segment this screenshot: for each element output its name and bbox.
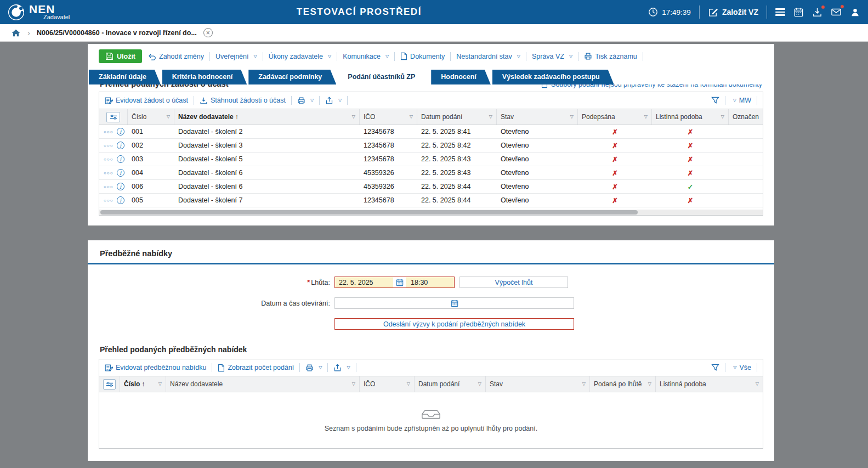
row-menu-icon[interactable]: ○○○ [104,143,114,148]
show-submission-count-button[interactable]: Zobrazit počet podání [218,364,294,372]
horizontal-scrollbar[interactable] [99,210,763,215]
row-menu-icon[interactable]: ○○○ [104,129,114,134]
messages-button[interactable] [831,7,842,18]
view-selector[interactable]: ▽ Vše [731,364,751,371]
column-header-ico[interactable]: IČO▽ [360,109,417,125]
export-menu-button[interactable]: ▽ [333,364,350,372]
filter-caret-icon[interactable]: ▽ [407,382,410,386]
send-prebid-call-button[interactable]: Odeslání výzvy k podání předběžných nabí… [334,318,574,330]
column-header-cislo[interactable]: Číslo▽ [128,109,174,125]
column-header-stav[interactable]: Stav▽ [497,109,578,125]
column-header-stav[interactable]: Stav▽ [486,376,590,392]
column-header-cislo[interactable]: Číslo↑▽ [120,376,166,392]
tab-zadavaci-podminky[interactable]: Zadávací podmínky [248,70,336,84]
info-icon[interactable]: i [117,169,124,177]
export-menu-button[interactable]: ▽ [325,97,342,105]
separator [337,52,337,61]
column-settings-button[interactable] [106,112,120,122]
info-icon[interactable]: i [117,155,124,163]
row-menu-icon[interactable]: ○○○ [104,157,114,162]
calendar-button[interactable] [793,7,804,18]
deadline-calendar-button[interactable] [393,277,406,287]
info-icon[interactable]: i [117,142,124,149]
filter-caret-icon[interactable]: ▽ [158,382,162,386]
main-menu-button[interactable] [775,8,785,15]
column-header-datum[interactable]: Datum podání▽ [415,376,486,392]
profile-button[interactable] [850,7,860,18]
scrollbar-thumb[interactable] [100,210,638,215]
filter-caret-icon[interactable]: ▽ [352,382,355,386]
register-request-button[interactable]: Evidovat žádost o účast [105,97,188,105]
print-menu-button[interactable]: ▽ [305,364,322,372]
close-record-icon[interactable]: × [203,28,213,37]
column-header-oznaceni[interactable]: Označení [729,109,763,125]
filter-caret-icon[interactable]: ▽ [648,382,651,386]
column-header-nazev[interactable]: Název dodavatele▽ [166,376,360,392]
separator [757,363,757,372]
column-header-datum[interactable]: Datum podání▽ [417,109,497,125]
row-menu-icon[interactable]: ○○○ [104,198,114,203]
nonstandard-state-menu-button[interactable]: Nestandardní stav ▽ [456,53,520,60]
discard-changes-button[interactable]: Zahodit změny [147,52,204,61]
documents-button[interactable]: Dokumenty [400,52,445,60]
deadline-date-input[interactable] [335,277,393,287]
downloads-button[interactable] [812,7,822,18]
filter-button[interactable] [711,364,719,371]
contracting-actions-menu-button[interactable]: Úkony zadavatele ▽ [269,53,332,60]
filter-caret-icon[interactable]: ▽ [644,115,648,119]
breadcrumb-item[interactable]: N006/25/V00004860 - Inovace v rozvoji ří… [37,29,197,37]
table-row[interactable]: ○○○i 001 Dodavatel - školení 2 12345678 … [99,125,763,139]
manage-vz-menu-button[interactable]: Správa VZ ▽ [532,53,572,60]
home-icon[interactable] [11,28,21,38]
filter-caret-icon[interactable]: ▽ [478,382,481,386]
command-toolbar: Uložit Zahodit změny Uveřejnění ▽ Úkony … [88,44,774,66]
filter-caret-icon[interactable]: ▽ [582,382,586,386]
row-menu-icon[interactable]: ○○○ [104,171,114,176]
filter-button[interactable] [711,97,719,104]
prebids-table-header: Číslo↑▽ Název dodavatele▽ IČO▽ Datum pod… [99,376,763,392]
table-row[interactable]: ○○○i 004 Dodavatel - školení 6 45359326 … [99,166,763,180]
tab-vysledek[interactable]: Výsledek zadávacího postupu [492,70,614,84]
register-prebid-button[interactable]: Evidovat předběžnou nabídku [105,364,206,372]
filter-caret-icon[interactable]: ▽ [570,115,574,119]
column-header-nazev[interactable]: Název dodavatele↑▽ [174,109,360,125]
download-icon [200,97,208,105]
info-icon[interactable]: i [117,196,124,204]
filter-caret-icon[interactable]: ▽ [167,115,170,119]
filter-caret-icon[interactable]: ▽ [721,115,724,119]
table-row[interactable]: ○○○i 003 Dodavatel - školení 5 12345678 … [99,153,763,166]
opening-calendar-button[interactable] [449,298,461,308]
breadcrumb-chevron-icon: › [27,29,30,37]
info-icon[interactable]: i [117,183,124,190]
column-settings-button[interactable] [103,379,116,390]
publish-menu-button[interactable]: Uveřejnění ▽ [215,53,257,60]
view-selector[interactable]: ▽ MW [731,97,751,104]
filter-caret-icon[interactable]: ▽ [352,115,355,119]
column-header-listinna[interactable]: Listinná podoba▽ [652,109,729,125]
filter-caret-icon[interactable]: ▽ [410,115,413,119]
tab-kriteria-hodnoceni[interactable]: Kritéria hodnocení [162,70,247,84]
calculate-deadlines-button[interactable]: Výpočet lhůt [459,277,568,288]
table-row[interactable]: ○○○i 005 Dodavatel - školení 7 12345678 … [99,194,763,207]
info-icon[interactable]: i [117,128,124,136]
row-menu-icon[interactable]: ○○○ [104,184,114,189]
filter-caret-icon[interactable]: ▽ [756,382,759,386]
create-vz-button[interactable]: Založit VZ [708,7,758,18]
communication-menu-button[interactable]: Komunikace ▽ [343,53,389,60]
table-row[interactable]: ○○○i 006 Dodavatel - školení 6 45359326 … [99,180,763,194]
tab-podani-ucastniku[interactable]: Podání účastníků ZP [338,70,429,84]
column-header-ico[interactable]: IČO▽ [360,376,415,392]
save-button[interactable]: Uložit [99,49,142,63]
column-header-po-lhute[interactable]: Podaná po lhůtě▽ [590,376,656,392]
filter-caret-icon[interactable]: ▽ [489,115,492,119]
table-row[interactable]: ○○○i 002 Dodavatel - školení 3 12345678 … [99,139,763,153]
download-requests-button[interactable]: Stáhnout žádosti o účast [200,97,286,105]
column-header-podepsana[interactable]: Podepsána▽ [578,109,652,125]
column-header-listinna[interactable]: Listinná podoba▽ [656,376,763,392]
print-record-button[interactable]: Tisk záznamu [584,52,637,60]
print-menu-button[interactable]: ▽ [297,97,314,105]
tab-zakladni-udaje[interactable]: Základní údaje [89,70,161,84]
nen-logo[interactable]: NEN Zadavatel [8,4,70,21]
tab-hodnoceni[interactable]: Hodnocení [431,70,491,84]
deadline-time-input[interactable] [406,277,454,287]
